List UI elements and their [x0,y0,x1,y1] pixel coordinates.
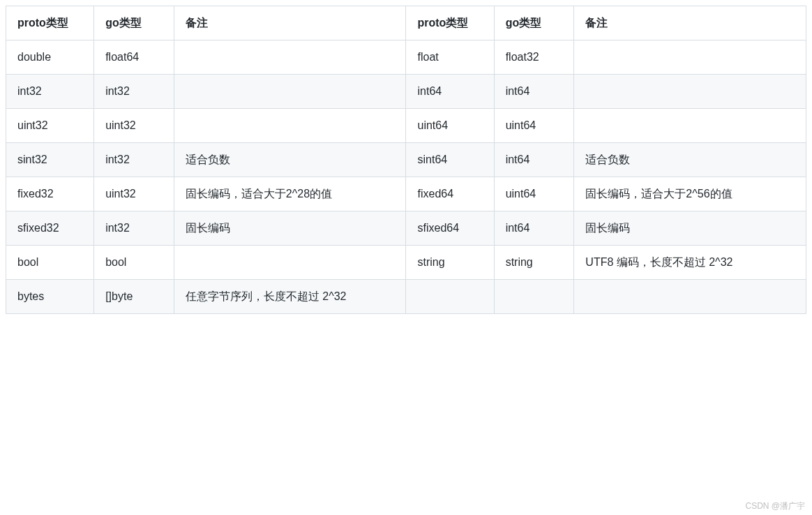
table-header-row: proto类型 go类型 备注 proto类型 go类型 备注 [6,6,806,40]
cell-go1: uint32 [94,177,174,211]
cell-go2: uint64 [494,109,574,143]
cell-go1: int32 [94,75,174,109]
cell-proto1: fixed32 [6,177,94,211]
cell-proto1: sint32 [6,143,94,177]
cell-proto2: int64 [406,75,494,109]
table-row: int32int32int64int64 [6,75,806,109]
cell-proto1: bool [6,246,94,280]
header-proto-type-2: proto类型 [406,6,494,40]
cell-proto2: uint64 [406,109,494,143]
cell-proto1: int32 [6,75,94,109]
cell-proto1: uint32 [6,109,94,143]
cell-go1: float64 [94,40,174,75]
cell-proto2: sfixed64 [406,211,494,246]
cell-proto2: fixed64 [406,177,494,211]
proto-type-mapping-table: proto类型 go类型 备注 proto类型 go类型 备注 doublefl… [6,6,806,314]
cell-note2: 固长编码 [574,211,806,246]
cell-go1: int32 [94,211,174,246]
table-row: bytes[]byte任意字节序列，长度不超过 2^32 [6,280,806,314]
cell-note1: 适合负数 [174,143,406,177]
cell-note2: UTF8 编码，长度不超过 2^32 [574,246,806,280]
cell-note2: 固长编码，适合大于2^56的值 [574,177,806,211]
cell-note1: 任意字节序列，长度不超过 2^32 [174,280,406,314]
cell-proto1: bytes [6,280,94,314]
table-row: uint32uint32uint64uint64 [6,109,806,143]
cell-note1 [174,109,406,143]
cell-note2 [574,75,806,109]
cell-note2 [574,280,806,314]
cell-go2: int64 [494,143,574,177]
cell-go1: int32 [94,143,174,177]
cell-go2 [494,280,574,314]
cell-proto2 [406,280,494,314]
cell-go1: uint32 [94,109,174,143]
table-row: sfixed32int32固长编码sfixed64int64固长编码 [6,211,806,246]
cell-go2: uint64 [494,177,574,211]
cell-proto2: float [406,40,494,75]
cell-proto2: sint64 [406,143,494,177]
cell-go2: int64 [494,75,574,109]
header-note-1: 备注 [174,6,406,40]
header-proto-type-1: proto类型 [6,6,94,40]
header-note-2: 备注 [574,6,806,40]
table-row: sint32int32适合负数sint64int64适合负数 [6,143,806,177]
cell-proto1: double [6,40,94,75]
cell-note2 [574,109,806,143]
cell-proto1: sfixed32 [6,211,94,246]
cell-note1: 固长编码，适合大于2^28的值 [174,177,406,211]
table-body: doublefloat64floatfloat32int32int32int64… [6,40,806,314]
cell-note1 [174,40,406,75]
cell-note2 [574,40,806,75]
cell-go2: int64 [494,211,574,246]
cell-proto2: string [406,246,494,280]
cell-go1: bool [94,246,174,280]
table-row: fixed32uint32固长编码，适合大于2^28的值fixed64uint6… [6,177,806,211]
cell-go1: []byte [94,280,174,314]
header-go-type-2: go类型 [494,6,574,40]
cell-note1 [174,246,406,280]
header-go-type-1: go类型 [94,6,174,40]
table-row: doublefloat64floatfloat32 [6,40,806,75]
cell-go2: float32 [494,40,574,75]
cell-note1 [174,75,406,109]
cell-note1: 固长编码 [174,211,406,246]
cell-note2: 适合负数 [574,143,806,177]
table-row: boolboolstringstringUTF8 编码，长度不超过 2^32 [6,246,806,280]
cell-go2: string [494,246,574,280]
